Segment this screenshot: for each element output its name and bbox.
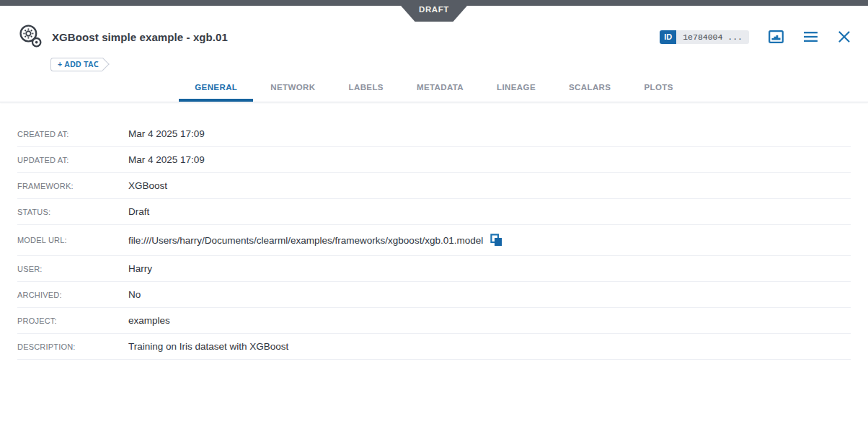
menu-icon[interactable]	[803, 31, 818, 43]
detail-value: Mar 4 2025 17:09	[128, 128, 205, 139]
tabs-bar: GENERALNETWORKLABELSMETADATALINEAGESCALA…	[17, 73, 851, 102]
detail-value: examples	[128, 315, 170, 326]
add-tag-button[interactable]: + ADD TAG	[50, 58, 102, 71]
id-badge-label: ID	[660, 30, 676, 44]
plots-preview-icon[interactable]	[769, 30, 784, 43]
details-list: CREATED AT: Mar 4 2025 17:09 UPDATED AT:…	[17, 121, 851, 360]
tab-network[interactable]: NETWORK	[254, 73, 331, 102]
tab-labels[interactable]: LABELS	[333, 73, 399, 102]
detail-row: FRAMEWORK: XGBoost	[17, 173, 851, 199]
page-title: XGBoost simple example - xgb.01	[52, 31, 228, 43]
detail-label: FRAMEWORK:	[17, 182, 128, 190]
detail-label: ARCHIVED:	[17, 291, 128, 299]
detail-row: UPDATED AT: Mar 4 2025 17:09	[17, 147, 851, 173]
detail-value: file:///Users/harry/Documents/clearml/ex…	[128, 235, 483, 246]
id-badge[interactable]: ID 1e784004 ...	[660, 30, 749, 44]
detail-value: No	[128, 289, 141, 300]
detail-label: CREATED AT:	[17, 130, 128, 138]
tab-plots[interactable]: PLOTS	[628, 73, 688, 102]
detail-value: Training on Iris dataset with XGBoost	[128, 341, 288, 352]
detail-row: ARCHIVED: No	[17, 282, 851, 308]
close-icon[interactable]	[838, 30, 851, 43]
tab-metadata[interactable]: METADATA	[401, 73, 479, 102]
detail-row: USER: Harry	[17, 256, 851, 282]
detail-label: UPDATED AT:	[17, 156, 128, 164]
model-icon	[17, 23, 45, 50]
detail-value: Harry	[128, 263, 152, 274]
detail-row: CREATED AT: Mar 4 2025 17:09	[17, 121, 851, 147]
detail-row: PROJECT: examples	[17, 308, 851, 334]
id-badge-value: 1e784004 ...	[676, 30, 749, 44]
detail-value: XGBoost	[128, 180, 167, 191]
detail-label: STATUS:	[17, 208, 128, 216]
detail-label: PROJECT:	[17, 317, 128, 325]
detail-row: DESCRIPTION: Training on Iris dataset wi…	[17, 334, 851, 360]
detail-row: MODEL URL: file:///Users/harry/Documents…	[17, 225, 851, 256]
detail-label: DESCRIPTION:	[17, 342, 128, 351]
detail-label: USER:	[17, 265, 128, 273]
tab-scalars[interactable]: SCALARS	[553, 73, 626, 102]
detail-value: Draft	[128, 206, 149, 217]
add-tag-label: + ADD TAG	[58, 60, 99, 68]
status-ribbon-label: DRAFT	[419, 5, 449, 17]
detail-row: STATUS: Draft	[17, 199, 851, 225]
copy-icon[interactable]	[490, 234, 502, 247]
tab-general[interactable]: GENERAL	[179, 73, 253, 102]
tab-lineage[interactable]: LINEAGE	[481, 73, 552, 102]
detail-label: MODEL URL:	[17, 236, 128, 244]
detail-value: Mar 4 2025 17:09	[128, 154, 205, 165]
